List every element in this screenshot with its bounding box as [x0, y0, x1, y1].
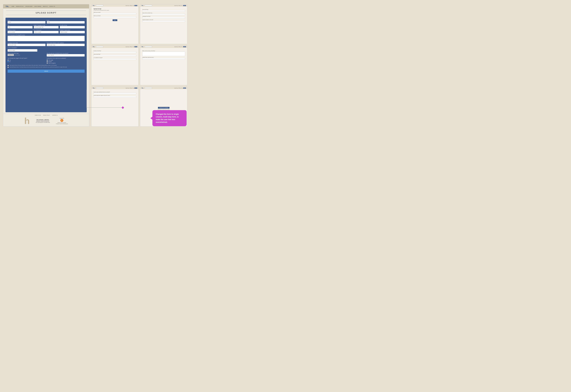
mini-nav-1: TDL. Upload Script All Plays Blog Login [91, 4, 138, 7]
portion-wip-option[interactable]: Work in progress [47, 63, 85, 64]
synopsis-group: A Short Synopsis of the play(300 words) … [8, 34, 85, 41]
form-title-section: UPLOAD SCRIPT [3, 8, 89, 18]
mini-content-1: Upload Script Let's get your first scrip… [91, 7, 138, 44]
nav-about-us[interactable]: ABOUT US [43, 6, 48, 7]
mini-nav-allplays-3[interactable]: All Plays [130, 46, 132, 47]
mini-staged-input[interactable] [94, 96, 136, 98]
staged-yes-option[interactable]: Yes [8, 60, 45, 61]
mini-nav-allplays-6[interactable]: All Plays [179, 88, 181, 88]
name-input[interactable] [8, 21, 45, 24]
mini-summary-textarea[interactable] [142, 52, 185, 56]
translation-select[interactable]: Select an option Yes No [8, 49, 37, 52]
mini-email-input[interactable] [94, 16, 136, 18]
mini-nav-allplays-2[interactable]: All Plays [179, 5, 181, 6]
footer-links: TERMS OF USE PRIVACY POLICY SUPPORT US [5, 115, 87, 116]
foundation-name: Kohinoor Apte Foundation [57, 122, 66, 123]
thankyou-button[interactable]: Thankyou for submitting [158, 107, 170, 109]
mini-login-btn-5[interactable]: Login [134, 87, 137, 89]
genre-input[interactable] [47, 44, 85, 46]
mini-login-btn-4[interactable]: Login [183, 46, 186, 47]
mini-search-bar-2[interactable] [145, 5, 152, 6]
mini-eng-title-input[interactable] [142, 21, 185, 22]
mini-next-btn-1[interactable]: Next [113, 19, 117, 21]
mini-nav-allplays-4[interactable]: All Plays [179, 46, 181, 47]
staged-yes-radio[interactable] [8, 60, 9, 61]
terms2-checkbox[interactable] [8, 67, 9, 68]
awards-input[interactable] [47, 54, 85, 56]
upload-button[interactable]: Upload [8, 70, 85, 73]
mini-search-bar-4[interactable] [145, 46, 152, 47]
nav-search-by-play[interactable]: SEARCH BY PLAY [16, 6, 24, 7]
mini-login-btn-3[interactable]: Login [134, 46, 137, 47]
mini-nav-blog-6[interactable]: Blog [181, 88, 183, 88]
translation-row: Is there a translation? * Select an opti… [8, 47, 85, 52]
mini-nav-allplays-1[interactable]: All Plays [130, 5, 132, 6]
portion-excerpt-option[interactable]: Excerpt [47, 61, 85, 62]
suitable-label: Suitable for Ages above * [60, 29, 85, 31]
footer-logo-area: Supported By K Kohinoor Apte Foundation … [56, 118, 68, 124]
terms-of-use-link[interactable]: TERMS OF USE [35, 115, 41, 116]
choose-file-button[interactable]: Choose file [8, 54, 14, 56]
mini-nav-blog-5[interactable]: Blog [133, 88, 134, 88]
suitable-input[interactable] [60, 31, 85, 33]
mini-login-btn-2[interactable]: Login [183, 5, 186, 6]
portion-excerpt-radio[interactable] [47, 61, 48, 62]
num-chars-input[interactable] [34, 31, 59, 33]
mini-nav-upload-1[interactable]: Upload Script [126, 5, 129, 6]
mini-nav-upload-6[interactable]: Upload Script [174, 88, 178, 88]
cowriter-input[interactable] [60, 26, 85, 28]
duration-row: Duration (in mins) * No. of Characters *… [8, 29, 85, 33]
terms1-checkbox[interactable] [8, 65, 9, 66]
form-body: Name * Email * Title * [5, 18, 87, 112]
mini-nav-upload-2[interactable]: Upload Script [174, 5, 178, 6]
file-name-label: No file chosen [14, 55, 20, 56]
mini-search-bar-1[interactable] [96, 5, 103, 6]
mini-search-bar-3[interactable] [96, 46, 103, 47]
mini-nav-blog-1[interactable]: Blog [133, 5, 134, 6]
email-input[interactable] [47, 21, 85, 24]
mini-nav-upload-5[interactable]: Upload Script [126, 88, 129, 88]
portion-full-option[interactable]: Full Length [47, 60, 85, 61]
nav-contact-us[interactable]: CONTACT US [49, 6, 55, 7]
terms2-item[interactable]: I indemnify Bhasha Centre, The Drama Lib… [8, 67, 85, 68]
mini-summary-label: Write a short summary of the Play? [142, 50, 185, 51]
mini-nav-blog-3[interactable]: Blog [133, 46, 134, 47]
mini-nav-right-1: Upload Script All Plays Blog Login [126, 5, 137, 6]
mini-duration-input[interactable] [94, 52, 136, 53]
staged-no-option[interactable]: No [8, 61, 45, 62]
mini-name-input[interactable] [94, 13, 136, 14]
nav-home[interactable]: HOME [12, 6, 14, 7]
mini-login-btn-1[interactable]: Login [134, 5, 137, 6]
portion-full-radio[interactable] [47, 60, 48, 61]
terms1-item[interactable]: I have read the Terms of Use and certify… [8, 65, 85, 66]
synopsis-textarea[interactable] [8, 36, 85, 41]
privacy-policy-link[interactable]: PRIVACY POLICY [43, 115, 50, 116]
mini-search-bar-5[interactable] [96, 87, 103, 89]
duration-input[interactable] [8, 31, 33, 33]
mini-awards-input[interactable] [94, 93, 136, 94]
mini-nav-upload-4[interactable]: Upload Script [174, 46, 178, 47]
language-input[interactable] [8, 44, 45, 46]
mini-upload-label: Upload Script ( pdf format only ) [142, 57, 185, 58]
mini-genre-input[interactable] [94, 55, 136, 56]
mini-login-btn-6[interactable]: Login [183, 87, 186, 89]
staged-no-radio[interactable] [8, 61, 9, 62]
mini-upload-input[interactable] [142, 58, 185, 59]
num-chars-group: No. of Characters * [34, 29, 59, 33]
nav-how-it-works[interactable]: HOW IT WORKS [34, 6, 41, 7]
mini-nav-allplays-5[interactable]: All Plays [130, 88, 132, 88]
mini-nav-blog-4[interactable]: Blog [181, 46, 183, 47]
mini-nav-blog-2[interactable]: Blog [181, 5, 183, 6]
support-us-link[interactable]: SUPPORT US [52, 115, 58, 116]
portion-wip-radio[interactable] [47, 63, 48, 64]
eng-title-input[interactable] [34, 26, 59, 28]
mini-nav-upload-3[interactable]: Upload Script [126, 46, 129, 47]
mini-ages-input[interactable] [94, 58, 136, 60]
mini-language-input[interactable] [142, 17, 185, 18]
mini-cowriter-input[interactable] [142, 14, 185, 15]
nav-upload-script[interactable]: UPLOAD SCRIPT [25, 6, 33, 7]
mini-search-bar-6[interactable] [145, 87, 152, 89]
mini-title-play-input[interactable] [142, 10, 185, 12]
title-input[interactable] [8, 26, 33, 28]
cowriter-group: Co-writer (if Any) [60, 25, 85, 28]
